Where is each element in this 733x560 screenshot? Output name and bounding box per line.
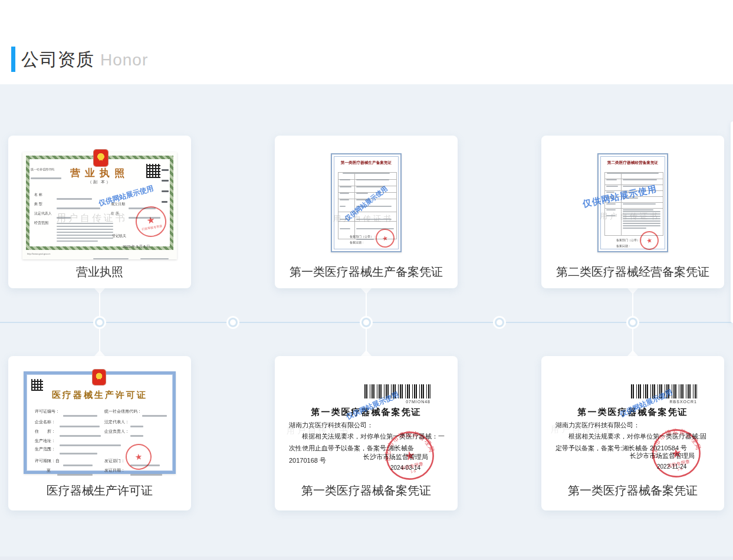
field-label: 企业名称： <box>35 419 55 425</box>
card-caption: 第二类医疗器械经营备案凭证 <box>541 264 724 280</box>
timeline-node <box>630 319 636 325</box>
upload-watermark: 用户自传证书 <box>600 211 660 222</box>
card-tail-down <box>94 288 105 294</box>
national-emblem-icon: ★ <box>94 150 108 166</box>
upload-watermark: 用户自传证书 <box>333 213 393 224</box>
card-tail-up <box>627 350 638 356</box>
partial-next-card[interactable] <box>731 121 733 323</box>
qr-code <box>146 164 160 178</box>
card-caption: 营业执照 <box>8 264 191 280</box>
upload-watermark: 用户自传证书 <box>57 212 127 225</box>
certificate-card-class1-device-filing-1[interactable]: 07MION48 第一类医疗器械备案凭证 湖南力宾医疗科技有限公司： 根据相关法… <box>275 356 458 510</box>
seal-star-icon: ★ <box>403 447 416 463</box>
field-label: 发证日期： <box>104 467 125 473</box>
field-label: 发证部门： <box>104 458 125 464</box>
certificate-image: ★ 医疗器械生产许可证 许可证编号： 统一社会信用代码： 企业名称： 法定代表人… <box>24 371 176 474</box>
card-tail-up <box>361 350 372 356</box>
upload-watermark: 用户自传证书 <box>551 424 614 435</box>
red-seal: 长沙市市场监督管理局 ★ 审批专用章 1-3 <box>380 426 440 486</box>
timeline-node <box>230 319 236 325</box>
field-label: 至 <box>47 467 51 473</box>
qr-side-text <box>162 164 169 207</box>
national-emblem-icon: ★ <box>93 370 106 385</box>
honor-page: 公司资质Honor ★ 统一社会信用代码 营业执照 （副 本） 名 称 类 <box>0 0 733 560</box>
card-tail-up <box>94 350 105 356</box>
qr-code <box>31 379 43 391</box>
seal-number: 1-3 <box>677 467 683 472</box>
field-label: 名 称 <box>34 192 42 197</box>
filing-dept-line: 备案部门（公章）： <box>350 235 376 238</box>
card-caption: 第一类医疗器械备案凭证 <box>275 483 458 499</box>
business-license-image: ★ 统一社会信用代码 营业执照 （副 本） 名 称 类 型 法定代表人 经营范围… <box>22 152 177 259</box>
field-label: 企业负责人： <box>104 429 129 434</box>
certificate-card-business-license[interactable]: ★ 统一社会信用代码 营业执照 （副 本） 名 称 类 型 法定代表人 经营范围… <box>8 136 191 288</box>
seal-star-icon: ★ <box>669 445 683 460</box>
card-caption: 第一类医疗器械生产备案凭证 <box>275 264 458 280</box>
seal-number: 1-3 <box>410 469 416 474</box>
field-label: 类 型 <box>34 202 42 207</box>
license-date: 2023 年 3 月 8 日 <box>123 244 150 249</box>
page-title-cn: 公司资质 <box>21 50 94 69</box>
license-footnote-url: http://www.gsxt.gov.cn <box>27 252 51 255</box>
upload-watermark: 用户自传证书 <box>287 426 350 436</box>
card-tail-down <box>361 288 372 294</box>
field-label: 法定代表人 <box>34 211 52 216</box>
timeline-node <box>97 319 103 325</box>
field-label: 法定代表人： <box>104 419 129 425</box>
certificate-image: 第二类医疗器械经营备案凭证 备案部门（公章）： 备案日期： ★ 用户自传证书 仅… <box>597 153 668 252</box>
filing-dept-line: 备案部门（公章）： <box>616 238 643 242</box>
certificate-card-class1-device-filing-2[interactable]: RBSXOCR1 第一类医疗器械备案凭证 湖南力宾医疗科技有限公司： 根据相关法… <box>541 356 724 510</box>
certificate-title: 第一类医疗器械生产备案凭证 <box>334 160 399 166</box>
certificate-card-class2-operation-filing[interactable]: 第二类医疗器械经营备案凭证 备案部门（公章）： 备案日期： ★ 用户自传证书 仅… <box>541 136 724 288</box>
field-label: 许可证编号： <box>35 409 60 414</box>
red-seal: 长沙市市场监督管理局 ★ 审批专用章 1-3 <box>646 423 706 483</box>
seal-text: 行政审批专用章 <box>142 223 163 230</box>
filing-date-line: 备案日期： <box>350 241 364 244</box>
timeline-node <box>497 319 502 325</box>
certificate-table <box>604 172 663 236</box>
certificate-card-production-licence[interactable]: ★ 医疗器械生产许可证 许可证编号： 统一社会信用代码： 企业名称： 法定代表人… <box>8 356 191 510</box>
certificate-card-class1-production-filing[interactable]: 第一类医疗器械生产备案凭证 备案部门（公章）： 备案日期： ★ 用户自传证书 仅… <box>275 136 458 288</box>
card-caption: 医疗器械生产许可证 <box>8 483 191 499</box>
certificate-title: 医疗器械生产许可证 <box>27 390 173 401</box>
card-tail-down <box>627 288 638 294</box>
registrar-label: 登记机关 <box>112 233 126 239</box>
page-title: 公司资质Honor <box>21 47 148 72</box>
field-label: 统一社会信用代码： <box>104 409 142 414</box>
certificate-title: 第二类医疗器械经营备案凭证 <box>600 160 665 166</box>
license-subtitle: （副 本） <box>22 179 177 185</box>
filing-date-line: 备案日期： <box>616 244 631 248</box>
page-title-en: Honor <box>100 51 148 69</box>
field-label: 许可期限：自 <box>35 458 60 464</box>
certificate-image: 第一类医疗器械生产备案凭证 备案部门（公章）： 备案日期： ★ 用户自传证书 仅… <box>331 153 402 252</box>
field-label: 住 所： <box>35 429 55 434</box>
timeline-node <box>363 319 369 325</box>
field-label: 生产范围： <box>35 446 55 452</box>
section-accent-bar <box>11 47 15 72</box>
field-label: 生产地址： <box>35 438 55 444</box>
card-caption: 第一类医疗器械备案凭证 <box>541 483 724 499</box>
field-label: 经营范围 <box>34 220 48 226</box>
footer-band <box>0 556 733 560</box>
